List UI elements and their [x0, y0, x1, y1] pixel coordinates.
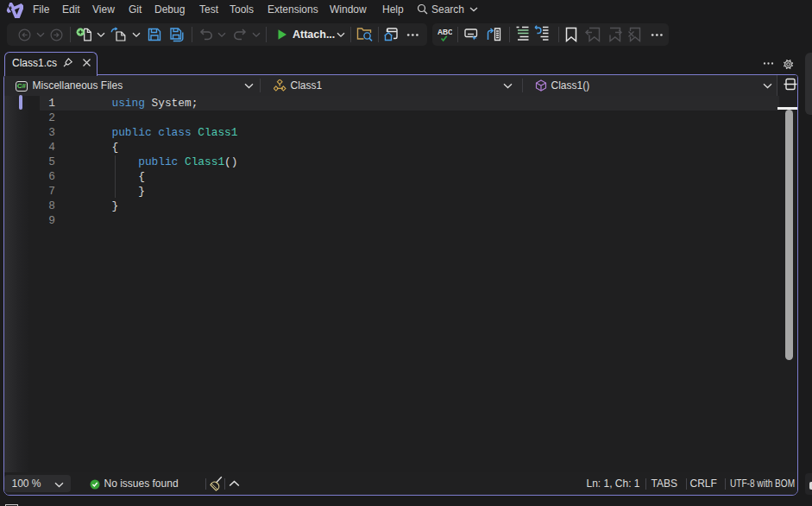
svg-text:ABC: ABC — [437, 28, 452, 36]
